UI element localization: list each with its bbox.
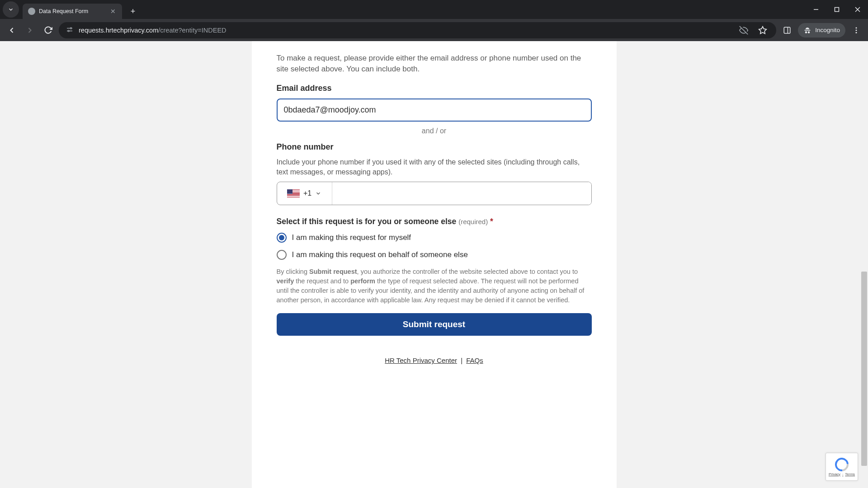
footer-links: HR Tech Privacy Center | FAQs <box>277 357 592 364</box>
site-settings-icon[interactable] <box>65 26 74 35</box>
required-tag: (required) <box>458 218 488 225</box>
incognito-label: Incognito <box>815 27 840 33</box>
menu-icon[interactable] <box>849 23 863 38</box>
footer-separator: | <box>461 357 462 364</box>
svg-point-14 <box>856 27 857 28</box>
radio-myself-label: I am making this request for myself <box>292 233 411 242</box>
dial-code: +1 <box>303 189 311 197</box>
forward-button[interactable] <box>23 23 37 38</box>
email-field[interactable] <box>277 99 592 122</box>
faqs-link[interactable]: FAQs <box>466 357 483 364</box>
email-label: Email address <box>277 84 592 93</box>
recaptcha-badge[interactable]: Privacy · Terms <box>826 453 858 481</box>
svg-rect-1 <box>835 8 839 12</box>
recaptcha-privacy: Privacy <box>829 472 840 476</box>
requester-heading: Select if this request is for you or som… <box>277 217 592 226</box>
privacy-center-link[interactable]: HR Tech Privacy Center <box>385 357 457 364</box>
radio-someone-else-label: I am making this request on behalf of so… <box>292 250 468 259</box>
tab-search-dropdown[interactable] <box>3 1 19 18</box>
page-viewport: To make a request, please provide either… <box>0 41 868 488</box>
reload-button[interactable] <box>41 23 55 38</box>
disclaimer-text: By clicking Submit request, you authoriz… <box>277 267 592 305</box>
svg-point-16 <box>856 32 857 33</box>
url-display: requests.hrtechprivacy.com/create?entity… <box>79 27 732 34</box>
browser-tab[interactable]: Data Request Form ✕ <box>23 4 122 19</box>
address-bar[interactable]: requests.hrtechprivacy.com/create?entity… <box>59 22 776 38</box>
new-tab-button[interactable]: + <box>127 5 139 18</box>
radio-button-icon <box>277 233 287 243</box>
svg-rect-12 <box>784 27 790 33</box>
radio-button-icon <box>277 250 287 260</box>
svg-marker-11 <box>759 26 767 33</box>
phone-label: Phone number <box>277 142 592 152</box>
eye-off-icon[interactable] <box>736 23 751 38</box>
window-close-button[interactable] <box>847 0 868 19</box>
recaptcha-icon <box>835 458 849 471</box>
incognito-indicator[interactable]: Incognito <box>798 23 845 38</box>
and-or-divider: and / or <box>277 127 592 135</box>
scrollbar-thumb[interactable] <box>861 272 867 466</box>
flag-us-icon <box>287 189 300 197</box>
phone-group: +1 <box>277 182 592 205</box>
svg-point-15 <box>856 29 857 31</box>
chevron-down-icon <box>315 190 321 197</box>
svg-point-6 <box>71 28 72 29</box>
side-panel-icon[interactable] <box>780 23 794 38</box>
close-icon[interactable]: ✕ <box>109 8 117 15</box>
maximize-button[interactable] <box>826 0 847 19</box>
phone-field[interactable] <box>332 182 591 205</box>
bookmark-star-icon[interactable] <box>755 23 770 38</box>
country-code-select[interactable]: +1 <box>277 182 332 205</box>
favicon <box>28 8 35 15</box>
tab-title: Data Request Form <box>39 8 106 14</box>
radio-myself[interactable]: I am making this request for myself <box>277 233 592 243</box>
scrollbar-track[interactable] <box>860 41 868 488</box>
submit-button[interactable]: Submit request <box>277 313 592 336</box>
tab-bar: Data Request Form ✕ + <box>0 0 868 19</box>
browser-chrome: Data Request Form ✕ + requests.hrtechpri… <box>0 0 868 41</box>
recaptcha-terms: Terms <box>845 472 855 476</box>
phone-hint: Include your phone number if you used it… <box>277 157 592 178</box>
radio-someone-else[interactable]: I am making this request on behalf of so… <box>277 250 592 260</box>
intro-text: To make a request, please provide either… <box>277 53 592 75</box>
minimize-button[interactable] <box>806 0 826 19</box>
back-button[interactable] <box>5 23 19 38</box>
toolbar: requests.hrtechprivacy.com/create?entity… <box>0 19 868 41</box>
svg-point-9 <box>68 30 69 32</box>
required-star: * <box>490 217 493 226</box>
incognito-icon <box>803 26 811 34</box>
form-card: To make a request, please provide either… <box>252 41 617 488</box>
